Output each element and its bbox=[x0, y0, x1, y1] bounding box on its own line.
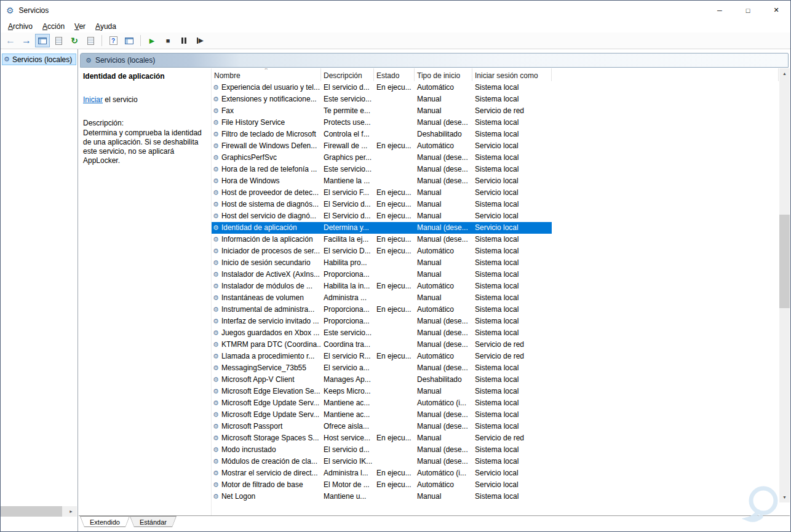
service-gear-icon: ⚙ bbox=[213, 327, 219, 339]
list-vertical-scrollbar[interactable]: ▲ ▼ bbox=[779, 68, 790, 502]
export-list-icon bbox=[87, 37, 94, 45]
table-row[interactable]: ⚙Módulos de creación de cla... El servic… bbox=[212, 456, 552, 467]
table-row[interactable]: ⚙Fax Te permite e... Manual Servicio de … bbox=[212, 105, 552, 117]
table-row[interactable]: ⚙Microsoft Edge Elevation Se... Keeps Mi… bbox=[212, 386, 552, 397]
tab-estandar[interactable]: Estándar bbox=[130, 516, 177, 527]
table-row[interactable]: ⚙Host de proveedor de detec... El servic… bbox=[212, 187, 552, 199]
table-row[interactable]: ⚙Net Logon Mantiene u... Manual Sistema … bbox=[212, 491, 552, 502]
pause-service-button[interactable] bbox=[177, 34, 191, 47]
table-row[interactable]: ⚙Extensiones y notificacione... Este ser… bbox=[212, 93, 552, 105]
column-header-iniciar-sesion-como[interactable]: Iniciar sesión como bbox=[472, 68, 552, 81]
column-header-estado[interactable]: Estado bbox=[374, 68, 415, 81]
refresh-button[interactable]: ↻ bbox=[67, 34, 82, 47]
table-row[interactable]: ⚙Información de la aplicación Facilita l… bbox=[212, 234, 552, 245]
help-button[interactable]: ? bbox=[106, 34, 121, 47]
cell-tipo-de-inicio: Automático bbox=[415, 351, 472, 362]
table-row[interactable]: ⚙Microsoft Edge Update Serv... Mantiene … bbox=[212, 397, 552, 409]
table-row[interactable]: ⚙Hora de la red de telefonía ... Este se… bbox=[212, 164, 552, 175]
table-row[interactable]: ⚙Instalador de módulos de ... Habilita l… bbox=[212, 280, 552, 292]
cell-estado: En ejecu... bbox=[374, 280, 415, 292]
table-row[interactable]: ⚙Iniciador de procesos de ser... El serv… bbox=[212, 245, 552, 257]
table-row[interactable]: ⚙MessagingService_73b55 El servicio a...… bbox=[212, 362, 552, 374]
tree-horizontal-scrollbar[interactable]: ► bbox=[1, 506, 77, 517]
close-button[interactable]: ✕ bbox=[762, 1, 790, 20]
table-row[interactable]: ⚙File History Service Protects use... Ma… bbox=[212, 117, 552, 129]
cell-estado: En ejecu... bbox=[374, 199, 415, 210]
cell-tipo-de-inicio: Manual bbox=[415, 432, 472, 444]
scroll-right-icon[interactable]: ► bbox=[65, 506, 77, 517]
services-window: ⚙ Servicios ─ □ ✕ Archivo Acción Ver Ayu… bbox=[0, 0, 791, 532]
table-row[interactable]: ⚙Microsoft Storage Spaces S... Host serv… bbox=[212, 432, 552, 444]
table-row[interactable]: ⚙Juegos guardados en Xbox ... Este servi… bbox=[212, 327, 552, 339]
cell-nombre: ⚙Modo incrustado bbox=[212, 444, 321, 456]
cell-estado bbox=[374, 257, 415, 269]
cell-descripcion: Este servicio... bbox=[321, 327, 374, 339]
cell-tipo-de-inicio: Automático bbox=[415, 140, 472, 152]
table-row[interactable]: ⚙Motor de filtrado de base El Motor de .… bbox=[212, 479, 552, 491]
start-service-link[interactable]: Iniciar bbox=[83, 95, 103, 104]
content-header-label: Servicios (locales) bbox=[95, 56, 155, 65]
cell-iniciar-sesion-como: Sistema local bbox=[472, 316, 552, 327]
cell-estado bbox=[374, 362, 415, 374]
cell-descripcion: El servicio IK... bbox=[321, 456, 374, 467]
table-row[interactable]: ⚙Hora de Windows Mantiene la ... Manual … bbox=[212, 175, 552, 187]
table-row[interactable]: ⚙Inicio de sesión secundario Habilita pr… bbox=[212, 257, 552, 269]
table-row[interactable]: ⚙Microsoft Passport Ofrece aisla... Manu… bbox=[212, 421, 552, 432]
scrollbar-thumb[interactable] bbox=[1, 506, 62, 517]
service-list: ^ Nombre Descripción Estado Tipo de inic… bbox=[211, 68, 779, 516]
start-service-button[interactable]: ▶ bbox=[145, 34, 159, 47]
scroll-up-icon[interactable]: ▲ bbox=[779, 68, 790, 79]
table-row[interactable]: ⚙Experiencia del usuario y tel... El ser… bbox=[212, 82, 552, 93]
table-row[interactable]: ⚙Modo incrustado El servicio d... Manual… bbox=[212, 444, 552, 456]
tab-extendido[interactable]: Extendido bbox=[80, 516, 130, 527]
stop-service-button[interactable]: ■ bbox=[161, 34, 175, 47]
export-list-button[interactable] bbox=[83, 34, 98, 47]
maximize-button[interactable]: □ bbox=[734, 1, 762, 20]
cell-estado bbox=[374, 129, 415, 140]
service-detail-pane: Identidad de aplicación Iniciar el servi… bbox=[81, 68, 211, 516]
cell-tipo-de-inicio: Manual (dese... bbox=[415, 175, 472, 187]
restart-service-button[interactable]: ▶ bbox=[193, 34, 207, 47]
column-header-nombre[interactable]: ^ Nombre bbox=[212, 68, 321, 81]
table-row[interactable]: ⚙Instantáneas de volumen Administra ... … bbox=[212, 292, 552, 304]
column-header-tipo-de-inicio[interactable]: Tipo de inicio bbox=[415, 68, 472, 81]
show-hide-console-tree-button[interactable] bbox=[35, 34, 50, 47]
forward-icon: → bbox=[22, 35, 31, 46]
service-gear-icon: ⚙ bbox=[213, 93, 219, 105]
cell-iniciar-sesion-como: Sistema local bbox=[472, 292, 552, 304]
column-header-descripcion[interactable]: Descripción bbox=[321, 68, 374, 81]
table-row[interactable]: ⚙Microsoft Edge Update Serv... Mantiene … bbox=[212, 409, 552, 421]
cell-estado bbox=[374, 93, 415, 105]
table-row[interactable]: ⚙Llamada a procedimiento r... El servici… bbox=[212, 351, 552, 362]
table-row[interactable]: ⚙Instrumental de administra... Proporcio… bbox=[212, 304, 552, 316]
cell-iniciar-sesion-como: Sistema local bbox=[472, 362, 552, 374]
table-row[interactable]: ⚙Identidad de aplicación Determina y... … bbox=[212, 222, 552, 234]
back-button[interactable]: ← bbox=[3, 34, 18, 47]
table-row[interactable]: ⚙KTMRM para DTC (Coordina... Coordina tr… bbox=[212, 339, 552, 351]
cell-descripcion: Administra ... bbox=[321, 292, 374, 304]
forward-button[interactable]: → bbox=[19, 34, 34, 47]
menu-ver[interactable]: Ver bbox=[70, 21, 90, 32]
table-row[interactable]: ⚙Firewall de Windows Defen... Firewall d… bbox=[212, 140, 552, 152]
minimize-button[interactable]: ─ bbox=[706, 1, 734, 20]
refresh-icon: ↻ bbox=[71, 36, 78, 45]
menu-accion[interactable]: Acción bbox=[38, 21, 70, 32]
menu-archivo[interactable]: Archivo bbox=[3, 21, 38, 32]
cell-tipo-de-inicio: Manual bbox=[415, 210, 472, 222]
menu-ayuda[interactable]: Ayuda bbox=[90, 21, 121, 32]
cell-estado bbox=[374, 164, 415, 175]
table-row[interactable]: ⚙Instalador de ActiveX (AxIns... Proporc… bbox=[212, 269, 552, 280]
table-row[interactable]: ⚙Mostrar el servicio de direct... Admini… bbox=[212, 467, 552, 479]
table-row[interactable]: ⚙Host de sistema de diagnós... El Servic… bbox=[212, 199, 552, 210]
table-row[interactable]: ⚙Host del servicio de diagnó... El Servi… bbox=[212, 210, 552, 222]
list-header: ^ Nombre Descripción Estado Tipo de inic… bbox=[212, 68, 779, 81]
tree-item-servicios-locales[interactable]: ⚙ Servicios (locales) bbox=[2, 54, 76, 65]
extended-view-button[interactable] bbox=[122, 34, 137, 47]
properties-button[interactable] bbox=[51, 34, 66, 47]
table-row[interactable]: ⚙Interfaz de servicio invitado ... Propo… bbox=[212, 316, 552, 327]
table-row[interactable]: ⚙GraphicsPerfSvc Graphics per... Manual … bbox=[212, 152, 552, 164]
table-row[interactable]: ⚙Microsoft App-V Client Manages Ap... De… bbox=[212, 374, 552, 386]
scrollbar-thumb[interactable] bbox=[779, 215, 790, 308]
service-gear-icon: ⚙ bbox=[213, 456, 219, 467]
table-row[interactable]: ⚙Filtro de teclado de Microsoft Controla… bbox=[212, 129, 552, 140]
